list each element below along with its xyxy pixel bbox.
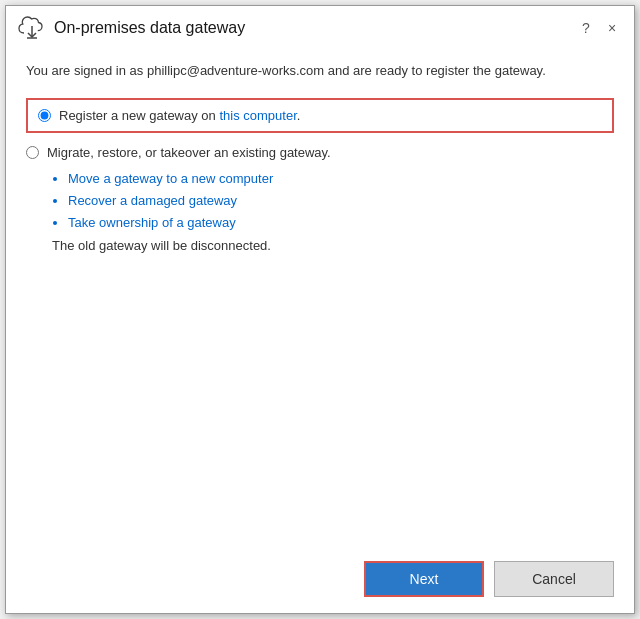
title-bar: On-premises data gateway ? × <box>6 6 634 48</box>
next-button[interactable]: Next <box>364 561 484 597</box>
subtitle-text: You are signed in as phillipc@adventure-… <box>26 62 614 80</box>
migrate-bullet-2[interactable]: Recover a damaged gateway <box>68 190 614 212</box>
migrate-bullet-list: Move a gateway to a new computer Recover… <box>68 168 614 234</box>
dialog-footer: Next Cancel <box>6 549 634 613</box>
register-option-box: Register a new gateway on this computer. <box>26 98 614 133</box>
migrate-bullet-3[interactable]: Take ownership of a gateway <box>68 212 614 234</box>
migrate-label[interactable]: Migrate, restore, or takeover an existin… <box>47 145 331 160</box>
help-button[interactable]: ? <box>576 18 596 38</box>
dialog-title: On-premises data gateway <box>54 19 576 37</box>
register-link[interactable]: this computer <box>219 108 296 123</box>
register-radio[interactable] <box>38 109 51 122</box>
dialog-content: You are signed in as phillipc@adventure-… <box>6 48 634 549</box>
migrate-radio[interactable] <box>26 146 39 159</box>
dialog-window: On-premises data gateway ? × You are sig… <box>5 5 635 614</box>
migrate-bullet-1[interactable]: Move a gateway to a new computer <box>68 168 614 190</box>
close-button[interactable]: × <box>602 18 622 38</box>
disconnect-note: The old gateway will be disconnected. <box>52 238 614 253</box>
title-controls: ? × <box>576 18 622 38</box>
gateway-icon <box>18 16 46 40</box>
register-label-suffix: . <box>297 108 301 123</box>
migrate-option-row: Migrate, restore, or takeover an existin… <box>26 145 614 160</box>
migrate-details: Move a gateway to a new computer Recover… <box>52 168 614 253</box>
register-label[interactable]: Register a new gateway on this computer. <box>59 108 300 123</box>
register-label-prefix: Register a new gateway on <box>59 108 219 123</box>
cancel-button[interactable]: Cancel <box>494 561 614 597</box>
